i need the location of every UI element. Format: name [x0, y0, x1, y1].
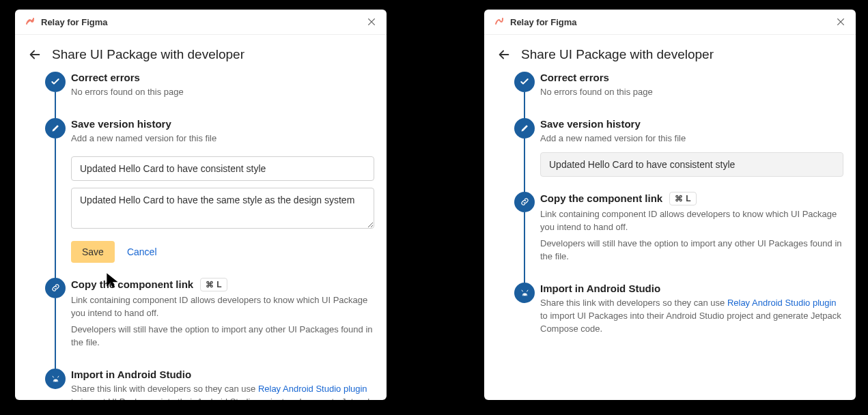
step-copy-link: Copy the component link ⌘ L Link contain…	[496, 192, 843, 283]
android-icon	[45, 369, 66, 389]
step-title: Import in Android Studio	[71, 369, 374, 380]
step-subtitle: Add a new named version for this file	[71, 132, 374, 145]
step-subtitle: Add a new named version for this file	[540, 132, 843, 145]
plugin-name: Relay for Figma	[41, 17, 108, 27]
save-button[interactable]: Save	[71, 241, 115, 263]
cancel-button[interactable]: Cancel	[127, 246, 157, 257]
relay-logo-icon	[494, 16, 505, 27]
dialog-editing: Relay for Figma Share UI Package with de…	[15, 10, 387, 400]
step-description: Developers will still have the option to…	[71, 324, 374, 349]
step-description: Link containing component ID allows deve…	[540, 208, 843, 234]
check-icon	[45, 72, 66, 92]
version-name-input[interactable]	[71, 156, 374, 181]
close-icon[interactable]	[366, 16, 377, 27]
step-import-android: Import in Android Studio Share this link…	[496, 283, 843, 336]
step-subtitle: No errors found on this page	[71, 86, 374, 99]
keyboard-shortcut: ⌘ L	[669, 192, 696, 205]
step-title: Copy the component link ⌘ L	[540, 192, 843, 205]
step-subtitle: No errors found on this page	[540, 86, 843, 99]
step-title: Copy the component link ⌘ L	[71, 278, 374, 291]
version-name-readonly: Updated Hello Card to have consistent st…	[540, 152, 843, 177]
step-title: Import in Android Studio	[540, 283, 843, 294]
step-description: Share this link with developers so they …	[540, 297, 843, 336]
pencil-icon	[514, 118, 535, 139]
button-row: Save Cancel	[71, 241, 374, 263]
pencil-icon	[45, 118, 66, 139]
check-icon	[514, 72, 535, 92]
steps-list: Correct errors No errors found on this p…	[484, 72, 856, 352]
android-studio-plugin-link[interactable]: Relay Android Studio plugin	[727, 298, 837, 308]
title-bar: Share UI Package with developer	[15, 35, 387, 72]
step-save-version: Save version history Add a new named ver…	[27, 118, 374, 278]
page-title: Share UI Package with developer	[52, 47, 244, 62]
back-arrow-icon[interactable]	[496, 47, 512, 62]
plugin-header: Relay for Figma	[15, 10, 387, 35]
step-description: Share this link with developers so they …	[71, 383, 374, 400]
steps-list: Correct errors No errors found on this p…	[15, 72, 387, 400]
step-import-android: Import in Android Studio Share this link…	[27, 369, 374, 400]
link-icon	[45, 278, 66, 298]
dialog-saved: Relay for Figma Share UI Package with de…	[484, 10, 856, 400]
android-icon	[514, 283, 535, 303]
page-title: Share UI Package with developer	[521, 47, 714, 62]
step-correct-errors: Correct errors No errors found on this p…	[27, 72, 374, 118]
step-correct-errors: Correct errors No errors found on this p…	[496, 72, 843, 118]
step-save-version: Save version history Add a new named ver…	[496, 118, 843, 192]
relay-logo-icon	[25, 16, 36, 27]
version-description-input[interactable]	[71, 188, 374, 229]
step-title: Save version history	[540, 118, 843, 130]
step-copy-link: Copy the component link ⌘ L Link contain…	[27, 278, 374, 369]
step-title: Correct errors	[540, 72, 843, 83]
step-description: Developers will still have the option to…	[540, 238, 843, 263]
step-title: Correct errors	[71, 72, 374, 83]
step-description: Link containing component ID allows deve…	[71, 294, 374, 320]
plugin-name: Relay for Figma	[510, 17, 577, 27]
back-arrow-icon[interactable]	[27, 47, 42, 62]
step-title: Save version history	[71, 118, 374, 130]
plugin-header: Relay for Figma	[484, 10, 856, 35]
title-bar: Share UI Package with developer	[484, 35, 856, 72]
link-icon	[514, 192, 535, 212]
android-studio-plugin-link[interactable]: Relay Android Studio plugin	[258, 384, 367, 394]
keyboard-shortcut: ⌘ L	[200, 278, 227, 291]
close-icon[interactable]	[835, 16, 846, 27]
